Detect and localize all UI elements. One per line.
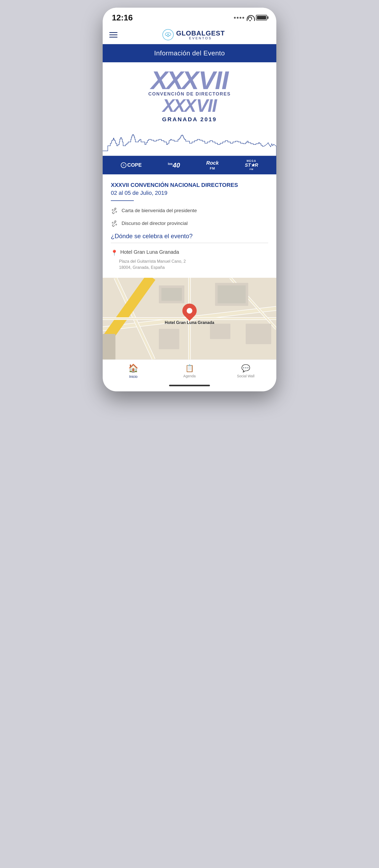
phone-frame: 12:16 — [103, 8, 276, 391]
nav-social-wall-label: Social Wall — [237, 374, 255, 378]
link-welcome-text: Carta de bienvenida del presidente — [122, 208, 197, 213]
logo-sub-text: EVENTOS — [176, 36, 225, 40]
svg-rect-21 — [210, 324, 230, 339]
home-icon: 🏠 — [128, 363, 139, 373]
pin-circle — [179, 301, 200, 321]
status-bar: 12:16 — [103, 8, 276, 26]
social-wall-icon: 💬 — [241, 364, 250, 372]
svg-rect-23 — [159, 329, 179, 349]
link-speech-text: Discurso del director provincial — [122, 221, 188, 226]
svg-point-1 — [167, 34, 169, 35]
agenda-icon: 📋 — [185, 364, 194, 372]
location-block: 📍 Hotel Gran Luna Granada — [111, 249, 268, 256]
bottom-nav: 🏠 Inicio 📋 Agenda 💬 Social Wall — [103, 360, 276, 381]
pin-inner — [187, 308, 192, 314]
nav-agenda-label: Agenda — [183, 374, 196, 378]
link-welcome-letter[interactable]: Carta de bienvenida del presidente — [111, 207, 268, 214]
hotel-name: Hotel Gran Luna Granada — [120, 249, 179, 255]
event-title: XXXVII CONVENCIÓN NACIONAL DIRECTORES — [111, 182, 268, 189]
cope-logo: C COPE — [121, 162, 142, 168]
map-label: Hotel Gran Luna Granada — [165, 321, 214, 325]
logo-icon — [163, 29, 174, 40]
status-icons — [234, 15, 267, 21]
battery-icon — [256, 15, 267, 21]
hotel-address: Plaza del Guitarrista Manuel Cano, 2 180… — [119, 258, 268, 271]
logo-main-text: GLOBALGEST — [176, 30, 225, 36]
wifi-icon — [247, 15, 253, 20]
top-nav: GLOBALGEST EVENTOS — [103, 26, 276, 44]
menu-button[interactable] — [109, 32, 117, 37]
location-pin-icon: 📍 — [111, 250, 118, 256]
sponsor-bar: C COPE los40 Rock FM MEGA ST★R FM — [103, 156, 276, 174]
svg-rect-20 — [217, 285, 246, 303]
nav-inicio[interactable]: 🏠 Inicio — [123, 363, 144, 379]
sponsor-megastar: MEGA ST★R FM — [245, 160, 258, 171]
event-header-title: Información del Evento — [154, 49, 225, 57]
convention-year: GRANADA 2019 — [162, 116, 217, 123]
svg-rect-24 — [103, 334, 115, 360]
map-area[interactable]: Calle Sevilla Hotel Gran Luna Granada — [103, 278, 276, 360]
svg-rect-22 — [246, 324, 271, 344]
map-pin: Hotel Gran Luna Granada — [165, 304, 214, 325]
link-chain-icon-2 — [111, 220, 118, 227]
sponsor-40: los40 — [168, 162, 180, 168]
convention-logo: XXX VII CONVENCIÓN DE DIRECTORES XXX VII… — [108, 70, 271, 123]
location-section-header: ¿Dónde se celebra el evento? — [111, 232, 268, 240]
nav-social-wall[interactable]: 💬 Social Wall — [235, 364, 256, 378]
link-chain-icon — [111, 207, 118, 214]
status-time: 12:16 — [112, 13, 133, 23]
logo-area: GLOBALGEST EVENTOS — [117, 29, 270, 40]
sponsor-cope: C COPE — [121, 162, 142, 168]
content-area: XXXVII CONVENCIÓN NACIONAL DIRECTORES 02… — [103, 174, 276, 278]
event-date: 02 al 05 de Julio, 2019 — [111, 190, 268, 196]
home-indicator — [103, 381, 276, 391]
logo-text: GLOBALGEST EVENTOS — [176, 30, 225, 40]
event-header-banner: Información del Evento — [103, 44, 276, 62]
hotel-address-line1: Plaza del Guitarrista Manuel Cano, 2 — [119, 259, 186, 264]
sponsor-rockfm: Rock FM — [206, 160, 218, 170]
link-speech[interactable]: Discurso del director provincial — [111, 220, 268, 227]
hotel-address-line2: 18004, Granada, España — [119, 265, 165, 270]
nav-inicio-label: Inicio — [129, 374, 138, 379]
home-bar — [169, 385, 210, 386]
title-underline — [111, 200, 134, 201]
svg-rect-18 — [162, 288, 182, 301]
signal-icon — [234, 17, 244, 19]
city-skyline — [103, 125, 276, 156]
nav-agenda[interactable]: 📋 Agenda — [179, 364, 200, 378]
convention-graphic: XXX VII CONVENCIÓN DE DIRECTORES XXX VII… — [103, 62, 276, 125]
